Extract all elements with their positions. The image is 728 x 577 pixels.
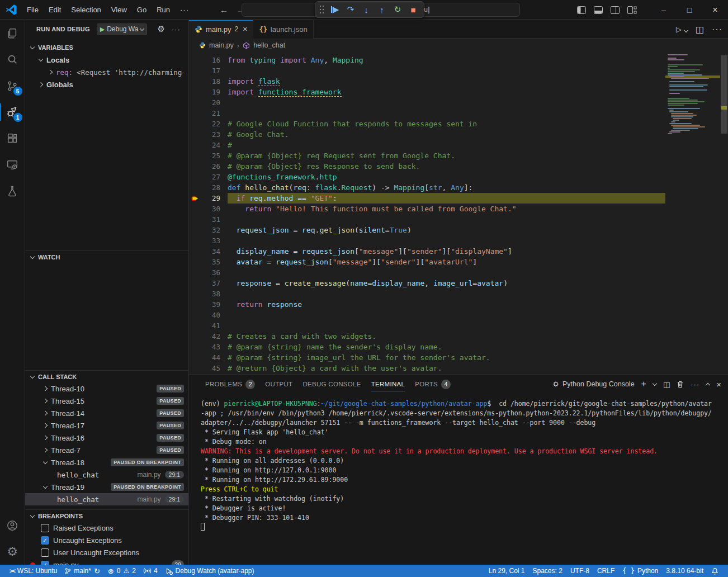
breakpoint-row[interactable]: Raised Exceptions	[25, 522, 188, 534]
cursor-position-status[interactable]: Ln 29, Col 1	[485, 565, 529, 577]
search-icon[interactable]	[0, 46, 25, 73]
toggle-panel-icon[interactable]	[594, 6, 603, 14]
nav-back-icon[interactable]: ←	[220, 5, 228, 15]
code-line-32[interactable]: 32 request_json = req.get_json(silent=Tr…	[189, 225, 665, 235]
run-and-debug-icon[interactable]: 1	[0, 99, 25, 125]
settings-gear-icon[interactable]: ⚙	[0, 538, 25, 565]
stack-frame-row[interactable]: hello_chatmain.py29:1	[25, 493, 188, 505]
code-line-22[interactable]: 22# Google Cloud Function that responds …	[189, 119, 665, 129]
customize-layout-icon[interactable]	[627, 6, 636, 14]
split-editor-icon[interactable]: ◫	[696, 24, 704, 35]
code-editor[interactable]: 16from typing import Any, Mapping1718imp…	[189, 53, 728, 374]
call-stack-thread-row[interactable]: Thread-18PAUSED ON BREAKPOINT	[25, 456, 188, 469]
panel-more-actions-icon[interactable]: ···	[691, 380, 699, 389]
terminal-dropdown-icon[interactable]	[653, 381, 657, 386]
debug-step-into-button[interactable]: ↓	[360, 3, 373, 16]
call-stack-thread-row[interactable]: Thread-16PAUSED	[25, 432, 188, 444]
call-stack-thread-row[interactable]: Thread-10PAUSED	[25, 382, 188, 395]
menu-go[interactable]: Go	[132, 3, 152, 16]
accounts-icon[interactable]	[0, 512, 25, 538]
code-line-21[interactable]: 21	[189, 108, 665, 119]
call-stack-thread-row[interactable]: Thread-14PAUSED	[25, 407, 188, 419]
code-line-36[interactable]: 36	[189, 267, 665, 278]
split-terminal-icon[interactable]: ◫	[663, 380, 670, 389]
indentation-status[interactable]: Spaces: 2	[529, 565, 566, 577]
code-line-34[interactable]: 34 display_name = request_json["message"…	[189, 246, 665, 257]
code-line-17[interactable]: 17	[189, 65, 665, 76]
maximize-panel-icon[interactable]	[706, 383, 710, 387]
tab-main-py[interactable]: main.py 2 ×	[189, 20, 253, 39]
tab-debug-console[interactable]: DEBUG CONSOLE	[297, 375, 366, 394]
code-line-38[interactable]: 38	[189, 288, 665, 299]
call-stack-thread-row[interactable]: Thread-19PAUSED ON BREAKPOINT	[25, 481, 188, 493]
problems-status[interactable]: ⊗ 0 ⚠ 2	[104, 565, 140, 577]
debug-stop-button[interactable]: ■	[406, 3, 420, 16]
notifications-bell[interactable]	[707, 565, 722, 577]
sidebar-more-icon[interactable]: ···	[172, 25, 181, 34]
code-line-42[interactable]: 42# Creates a card with two widgets.	[189, 331, 665, 342]
code-line-43[interactable]: 43# @param {string} name the sender's di…	[189, 342, 665, 352]
debug-step-over-button[interactable]: ↷	[344, 3, 357, 16]
testing-icon[interactable]	[0, 178, 25, 204]
terminal-output[interactable]: (env) pierrick@LAPTOP-HKU5PNNG:~/git/goo…	[201, 399, 722, 562]
run-python-file-icon[interactable]: ▷	[676, 25, 688, 34]
watch-section-header[interactable]: WATCH	[25, 250, 188, 263]
code-line-39[interactable]: 39 return response	[189, 299, 665, 310]
tab-close-icon[interactable]: ×	[243, 25, 247, 34]
minimap[interactable]	[665, 53, 720, 374]
breakpoint-current-icon[interactable]	[189, 195, 201, 202]
breakpoint-checkbox[interactable]: ✓	[41, 536, 49, 545]
menu-more-icon[interactable]: ···	[175, 3, 194, 16]
menu-selection[interactable]: Selection	[66, 3, 106, 16]
forwarded-ports-status[interactable]: 4	[140, 565, 162, 577]
variables-section-header[interactable]: VARIABLES	[25, 41, 188, 54]
breakpoints-section-header[interactable]: BREAKPOINTS	[25, 509, 188, 522]
call-stack-thread-row[interactable]: Thread-17PAUSED	[25, 419, 188, 432]
explorer-icon[interactable]	[0, 20, 25, 46]
editor-scrollbar[interactable]	[720, 53, 728, 374]
code-line-23[interactable]: 23# Google Chat.	[189, 129, 665, 140]
breadcrumb-file[interactable]: main.py	[209, 41, 234, 49]
editor-more-actions-icon[interactable]: ···	[712, 25, 722, 35]
tab-output[interactable]: OUTPUT	[260, 375, 297, 394]
call-stack-section-header[interactable]: CALL STACK	[25, 370, 188, 382]
stack-frame-row[interactable]: hello_chatmain.py29:1	[25, 469, 188, 481]
toggle-secondary-sidebar-icon[interactable]	[611, 6, 620, 14]
menu-run[interactable]: Run	[152, 3, 175, 16]
code-line-33[interactable]: 33	[189, 235, 665, 246]
encoding-status[interactable]: UTF-8	[566, 565, 593, 577]
code-line-29[interactable]: 29 if req.method == "GET":	[189, 193, 665, 204]
code-line-44[interactable]: 44# @param {string} image_url the URL fo…	[189, 352, 665, 363]
code-line-16[interactable]: 16from typing import Any, Mapping	[189, 55, 665, 65]
breakpoint-checkbox[interactable]	[41, 524, 49, 532]
window-close-button[interactable]: ×	[702, 0, 728, 20]
code-line-25[interactable]: 25# @param {Object} req Request sent fro…	[189, 150, 665, 161]
code-line-28[interactable]: 28def hello_chat(req: flask.Request) -> …	[189, 182, 665, 193]
code-line-41[interactable]: 41	[189, 320, 665, 331]
new-terminal-icon[interactable]: +	[641, 379, 646, 389]
menu-file[interactable]: File	[22, 3, 44, 16]
drag-handle-icon[interactable]	[319, 5, 324, 14]
code-line-35[interactable]: 35 avatar = request_json["message"]["sen…	[189, 257, 665, 267]
code-line-19[interactable]: 19import functions_framework	[189, 87, 665, 97]
code-line-40[interactable]: 40	[189, 310, 665, 320]
source-control-icon[interactable]: 5	[0, 73, 25, 99]
window-maximize-button[interactable]: □	[677, 0, 702, 20]
call-stack-thread-row[interactable]: Thread-15PAUSED	[25, 395, 188, 407]
launch-config-dropdown[interactable]: ▶ Debug Wa	[97, 23, 148, 35]
tab-problems[interactable]: PROBLEMS2	[200, 375, 260, 394]
debug-settings-gear-icon[interactable]: ⚙	[157, 24, 164, 34]
code-line-31[interactable]: 31	[189, 214, 665, 225]
debug-restart-button[interactable]: ↻	[391, 3, 404, 16]
tab-terminal[interactable]: TERMINAL	[366, 375, 410, 394]
debug-continue-button[interactable]: ▶	[328, 3, 342, 16]
git-branch-status[interactable]: main* ↻	[61, 565, 104, 577]
call-stack-thread-row[interactable]: Thread-7PAUSED	[25, 444, 188, 456]
menu-edit[interactable]: Edit	[44, 3, 66, 16]
eol-status[interactable]: CRLF	[593, 565, 618, 577]
code-line-24[interactable]: 24#	[189, 140, 665, 150]
code-line-18[interactable]: 18import flask	[189, 76, 665, 87]
code-line-20[interactable]: 20	[189, 97, 665, 108]
debug-step-out-button[interactable]: ↑	[375, 3, 389, 16]
variables-req-row[interactable]: req: <Request 'http://charming-tro…	[25, 66, 188, 78]
